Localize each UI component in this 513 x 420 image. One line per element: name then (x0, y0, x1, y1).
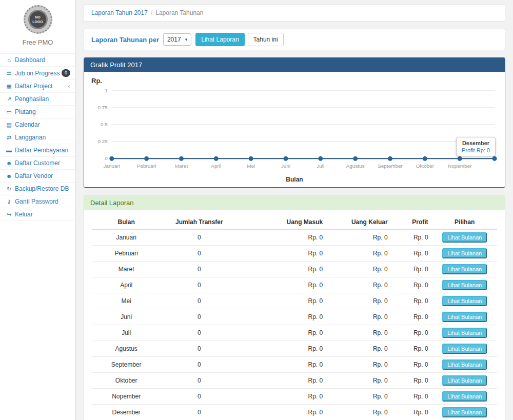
breadcrumb-separator: / (151, 9, 152, 16)
breadcrumb: Laporan Tahun 2017/Laporan Tahunan (84, 4, 505, 22)
svg-text:Pebruari: Pebruari (137, 163, 156, 169)
lihat-bulanan-button[interactable]: Lihat Bulanan (442, 328, 487, 338)
table-row: Pebruari 0 Rp. 0 Rp. 0 Rp. 0 Lihat Bulan… (92, 246, 497, 262)
cell-jumlah-transfer: 0 (161, 309, 238, 325)
sidebar-item-daftar-vendor[interactable]: ☻ Daftar Vendor (0, 170, 75, 183)
cell-profit: Rp. 0 (392, 405, 432, 420)
table-row: September 0 Rp. 0 Rp. 0 Rp. 0 Lihat Bula… (92, 357, 497, 373)
column-header-4: Profit (392, 215, 432, 229)
sidebar-item-langganan[interactable]: ⇄ Langganan (0, 131, 75, 144)
lihat-bulanan-button[interactable]: Lihat Bulanan (442, 344, 487, 354)
sidebar-item-daftar-customer[interactable]: ☻ Daftar Customer (0, 157, 75, 170)
sidebar-item-label: Penghasilan (15, 95, 49, 103)
users-icon: ☻ (5, 173, 13, 179)
sidebar-item-job-on-progress[interactable]: ☰ Job on Progress 0 (0, 67, 75, 80)
calendar-icon: ▤ (5, 122, 13, 128)
svg-text:Juni: Juni (281, 163, 290, 169)
sidebar-item-penghasilan[interactable]: ↗ Penghasilan (0, 93, 75, 106)
sidebar-item-label: Calendar (15, 121, 40, 128)
lihat-bulanan-button[interactable]: Lihat Bulanan (442, 264, 487, 274)
sidebar-item-ganti-password[interactable]: ⚷ Ganti Password (0, 195, 75, 208)
cell-jumlah-transfer: 0 (161, 262, 238, 277)
grafik-panel-title: Grafik Profit 2017 (84, 58, 505, 72)
cell-uang-keluar: Rp. 0 (327, 389, 391, 405)
table-row: Juni 0 Rp. 0 Rp. 0 Rp. 0 Lihat Bulanan (92, 309, 497, 325)
column-header-5: Pilihan (432, 215, 497, 229)
cell-bulan: Pebruari (92, 246, 161, 262)
year-select-value: 2017 (167, 36, 181, 43)
year-select[interactable]: 2017 ▾ (163, 33, 191, 46)
lihat-bulanan-button[interactable]: Lihat Bulanan (442, 391, 487, 402)
detail-laporan-body: BulanJumlah TransferUang MasukUang Kelua… (84, 210, 505, 420)
refresh-icon: ↻ (5, 186, 13, 192)
svg-text:0.25: 0.25 (97, 138, 108, 144)
cell-uang-masuk: Rp. 0 (238, 309, 327, 325)
lihat-bulanan-button[interactable]: Lihat Bulanan (442, 375, 487, 386)
cell-jumlah-transfer: 0 (161, 293, 238, 309)
cell-profit: Rp. 0 (392, 293, 432, 309)
lihat-bulanan-button[interactable]: Lihat Bulanan (442, 312, 487, 322)
cell-uang-keluar: Rp. 0 (327, 405, 391, 420)
cell-uang-keluar: Rp. 0 (327, 357, 391, 373)
column-header-1: Jumlah Transfer (161, 215, 238, 229)
lihat-bulanan-button[interactable]: Lihat Bulanan (442, 232, 487, 243)
chart-y-axis-label: Rp. (91, 77, 499, 85)
sidebar-item-calendar[interactable]: ▤ Calendar (0, 118, 75, 131)
svg-text:Januari: Januari (103, 163, 120, 169)
cell-bulan: April (92, 277, 161, 293)
logo: NO LOGO Free PMO (0, 0, 75, 49)
cell-uang-keluar: Rp. 0 (327, 262, 391, 277)
filter-label: Laporan Tahunan per (91, 36, 159, 44)
cell-bulan: Maret (92, 262, 161, 277)
profit-line-chart: 10.750.50.250JanuariPebruariMaretAprilMe… (90, 85, 499, 176)
cell-bulan: Desember (92, 405, 161, 420)
sidebar-item-backup-restore-db[interactable]: ↻ Backup/Restore DB (0, 183, 75, 195)
lihat-bulanan-button[interactable]: Lihat Bulanan (442, 296, 487, 306)
filter-bar: Laporan Tahunan per 2017 ▾ Lihat Laporan… (84, 29, 505, 50)
svg-text:Maret: Maret (175, 163, 188, 169)
main-content: Laporan Tahun 2017/Laporan Tahunan Lapor… (76, 0, 513, 420)
lihat-bulanan-button[interactable]: Lihat Bulanan (442, 407, 487, 417)
sidebar-item-label: Dashboard (15, 56, 45, 64)
cell-uang-keluar: Rp. 0 (327, 229, 391, 246)
svg-text:September: September (378, 163, 403, 169)
cell-jumlah-transfer: 0 (161, 277, 238, 293)
sidebar-item-label: Keluar (15, 211, 33, 218)
svg-text:Oktober: Oktober (416, 163, 435, 169)
sidebar-item-daftar-pembayaran[interactable]: ▬ Daftar Pembayaran (0, 144, 75, 157)
column-header-3: Uang Keluar (327, 215, 391, 229)
sidebar-item-label: Langganan (15, 134, 46, 141)
svg-text:0.75: 0.75 (97, 105, 108, 110)
chevron-down-icon: ▾ (185, 37, 188, 42)
cell-uang-masuk: Rp. 0 (238, 357, 327, 373)
detail-laporan-title: Detail Laporan (84, 195, 505, 210)
table-icon: ▦ (5, 83, 13, 90)
tahun-ini-button[interactable]: Tahun ini (248, 33, 284, 46)
sidebar-item-label: Daftar Vendor (15, 172, 53, 179)
dashboard-icon: ⌂ (5, 57, 13, 63)
svg-text:Juli: Juli (317, 163, 324, 169)
lihat-laporan-button[interactable]: Lihat Laporan (195, 33, 244, 46)
cell-uang-keluar: Rp. 0 (327, 325, 391, 341)
sidebar-item-keluar[interactable]: ↪ Keluar (0, 208, 75, 221)
breadcrumb-link[interactable]: Laporan Tahun 2017 (91, 9, 148, 16)
svg-text:1: 1 (105, 88, 108, 93)
table-row: Agustus 0 Rp. 0 Rp. 0 Rp. 0 Lihat Bulana… (92, 341, 497, 357)
lihat-bulanan-button[interactable]: Lihat Bulanan (442, 359, 487, 370)
cell-uang-keluar: Rp. 0 (327, 341, 391, 357)
cell-profit: Rp. 0 (392, 325, 432, 341)
table-row: Desember 0 Rp. 0 Rp. 0 Rp. 0 Lihat Bulan… (92, 405, 497, 420)
sign-out-icon: ↪ (5, 211, 13, 218)
cell-uang-masuk: Rp. 0 (238, 389, 327, 405)
svg-text:0: 0 (105, 155, 108, 161)
cell-profit: Rp. 0 (392, 357, 432, 373)
line-chart-icon: ↗ (5, 96, 13, 103)
sidebar-item-dashboard[interactable]: ⌂ Dashboard (0, 54, 75, 67)
exchange-icon: ⇄ (5, 134, 13, 141)
lihat-bulanan-button[interactable]: Lihat Bulanan (442, 248, 487, 258)
svg-text:April: April (211, 163, 221, 169)
report-table: BulanJumlah TransferUang MasukUang Kelua… (92, 215, 497, 420)
sidebar-item-piutang[interactable]: ▭ Piutang (0, 106, 75, 118)
lihat-bulanan-button[interactable]: Lihat Bulanan (442, 280, 487, 290)
sidebar-item-daftar-project[interactable]: ▦ Daftar Project ‹ (0, 80, 75, 93)
